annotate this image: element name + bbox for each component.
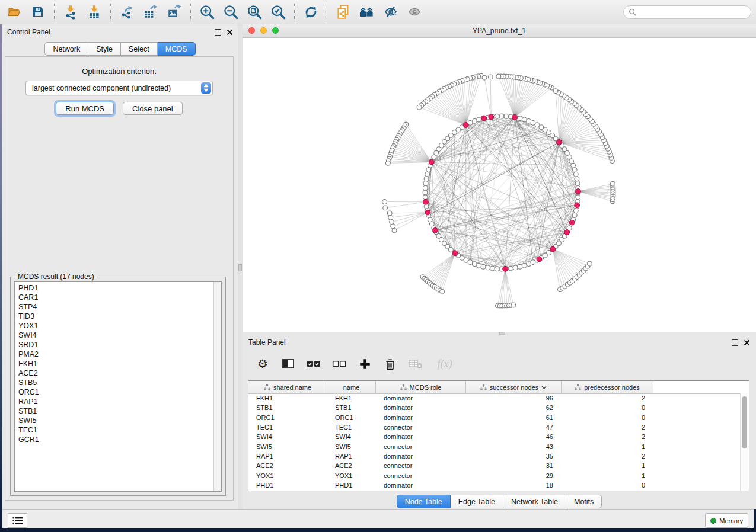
network-node[interactable] xyxy=(522,117,527,122)
network-node[interactable] xyxy=(522,263,527,268)
mcds-result-item[interactable]: ACE2 xyxy=(15,368,213,378)
zoom-fit-button[interactable] xyxy=(243,2,266,21)
network-node[interactable] xyxy=(575,181,580,186)
hide-selected-button[interactable] xyxy=(379,2,403,21)
export-image-button[interactable] xyxy=(162,2,186,21)
network-node[interactable] xyxy=(477,117,481,122)
network-node[interactable] xyxy=(388,215,393,220)
apply-layout-button[interactable] xyxy=(299,2,323,21)
mcds-dominator-node[interactable] xyxy=(423,199,429,204)
table-row[interactable]: YOX1YOX1connector291 xyxy=(248,470,741,480)
network-node[interactable] xyxy=(573,172,578,177)
column-header[interactable]: shared name xyxy=(248,381,327,393)
network-node[interactable] xyxy=(477,263,481,268)
control-tab-style[interactable]: Style xyxy=(88,42,121,56)
first-neighbors-button[interactable] xyxy=(355,2,379,21)
control-tab-mcds[interactable]: MCDS xyxy=(158,42,196,56)
network-node[interactable] xyxy=(383,206,388,210)
minimize-window-icon[interactable] xyxy=(260,27,267,34)
mcds-result-item[interactable]: STB1 xyxy=(15,406,213,416)
float-panel-icon[interactable] xyxy=(215,29,221,36)
network-node[interactable] xyxy=(472,262,477,267)
zoom-selected-button[interactable] xyxy=(266,2,290,21)
export-table-button[interactable] xyxy=(139,2,162,21)
table-tab-network-table[interactable]: Network Table xyxy=(503,495,566,508)
mcds-result-item[interactable]: ORC1 xyxy=(15,387,213,397)
network-node[interactable] xyxy=(488,75,493,79)
network-node[interactable] xyxy=(611,181,615,186)
network-node[interactable] xyxy=(428,217,432,222)
select-all-rows-button[interactable] xyxy=(307,357,321,371)
search-input[interactable] xyxy=(623,5,751,19)
network-node[interactable] xyxy=(425,172,430,177)
function-builder-button[interactable]: f(x) xyxy=(434,357,455,371)
mcds-dominator-node[interactable] xyxy=(569,220,575,225)
mcds-result-item[interactable]: TID3 xyxy=(15,312,213,321)
network-node[interactable] xyxy=(499,114,504,118)
mcds-dominator-node[interactable] xyxy=(557,140,562,145)
mcds-dominator-node[interactable] xyxy=(481,116,487,121)
network-node[interactable] xyxy=(426,168,431,172)
mcds-dominator-node[interactable] xyxy=(463,123,468,128)
close-panel-icon[interactable] xyxy=(744,339,750,346)
network-node[interactable] xyxy=(531,120,535,125)
network-graph[interactable] xyxy=(243,38,756,332)
mcds-dominator-node[interactable] xyxy=(537,257,542,262)
mcds-result-item[interactable]: STP4 xyxy=(15,302,213,312)
network-window-titlebar[interactable]: YPA_prune.txt_1 xyxy=(243,24,756,38)
mcds-result-item[interactable]: SRD1 xyxy=(15,340,213,350)
mcds-dominator-node[interactable] xyxy=(503,266,508,271)
mcds-dominator-node[interactable] xyxy=(576,189,581,194)
table-tab-motifs[interactable]: Motifs xyxy=(566,495,602,508)
control-tab-select[interactable]: Select xyxy=(121,42,158,56)
network-node[interactable] xyxy=(513,265,518,270)
table-row[interactable]: STB1STB1dominator620 xyxy=(248,403,741,412)
table-row[interactable]: PHD1PHD1dominator180 xyxy=(248,480,741,490)
close-window-icon[interactable] xyxy=(248,27,255,34)
table-columns-button[interactable] xyxy=(281,357,295,371)
column-header[interactable]: name xyxy=(327,381,376,393)
network-node[interactable] xyxy=(496,74,501,79)
table-row[interactable]: TEC1TEC1connector472 xyxy=(248,422,741,432)
network-node[interactable] xyxy=(417,105,422,110)
table-row[interactable]: SWI5SWI5connector431 xyxy=(248,441,741,451)
network-node[interactable] xyxy=(553,89,558,94)
mcds-dominator-node[interactable] xyxy=(489,114,494,120)
network-node[interactable] xyxy=(382,200,387,204)
network-node[interactable] xyxy=(486,265,490,270)
mcds-dominator-node[interactable] xyxy=(564,230,570,235)
network-node[interactable] xyxy=(518,116,522,121)
network-node[interactable] xyxy=(423,185,428,190)
memory-button[interactable]: Memory xyxy=(705,513,748,528)
network-node[interactable] xyxy=(576,195,580,200)
table-row[interactable]: ORC1ORC1dominator610 xyxy=(248,413,741,422)
optimization-criterion-dropdown[interactable]: largest connected component (undirected) xyxy=(25,81,213,95)
mcds-dominator-node[interactable] xyxy=(429,159,434,165)
network-node[interactable] xyxy=(495,267,499,271)
mcds-result-item[interactable]: PMA2 xyxy=(15,350,213,359)
add-column-button[interactable] xyxy=(358,357,372,371)
table-row[interactable]: RAP1RAP1dominator352 xyxy=(248,451,741,461)
zoom-out-button[interactable] xyxy=(219,2,243,21)
table-scrollbar[interactable] xyxy=(740,393,749,491)
column-header[interactable]: successor nodes xyxy=(466,381,562,393)
network-node[interactable] xyxy=(423,195,428,200)
network-node[interactable] xyxy=(482,75,487,80)
network-node[interactable] xyxy=(504,114,509,118)
table-row[interactable]: FKH1FKH1dominator962 xyxy=(248,393,741,403)
mcds-result-item[interactable]: YOX1 xyxy=(15,321,213,331)
save-session-button[interactable] xyxy=(26,2,50,21)
network-node[interactable] xyxy=(385,161,390,166)
network-node[interactable] xyxy=(572,213,577,217)
network-node[interactable] xyxy=(588,261,592,266)
mcds-result-item[interactable]: SWI4 xyxy=(15,331,213,340)
network-node[interactable] xyxy=(424,204,429,209)
task-history-button[interactable] xyxy=(8,513,27,528)
open-file-button[interactable] xyxy=(2,2,26,21)
mcds-dominator-node[interactable] xyxy=(512,114,518,120)
network-node[interactable] xyxy=(573,209,578,213)
mcds-dominator-node[interactable] xyxy=(550,246,556,252)
scrollbar-thumb[interactable] xyxy=(742,396,747,448)
zoom-in-button[interactable] xyxy=(195,2,219,21)
mcds-result-item[interactable]: GCR1 xyxy=(15,435,213,444)
